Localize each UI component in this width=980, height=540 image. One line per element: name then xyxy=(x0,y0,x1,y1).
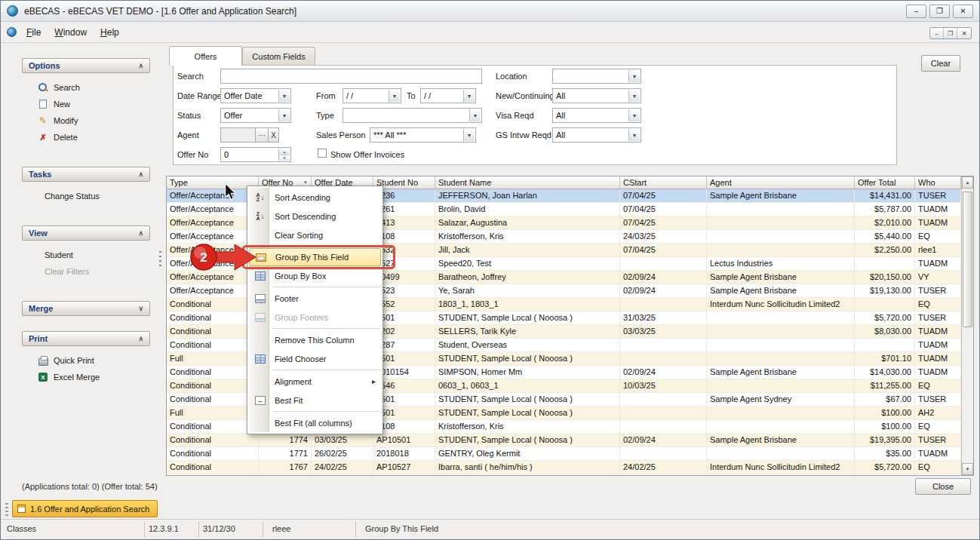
sidebar-header-tasks[interactable]: Tasks∧ xyxy=(22,167,150,182)
cell-type: Conditional xyxy=(167,393,259,407)
menu-help[interactable]: Help xyxy=(94,24,126,41)
agent-clear-button[interactable]: X xyxy=(268,127,279,143)
agent-input[interactable] xyxy=(220,127,256,143)
cell-student-name: Student, Overseas xyxy=(435,339,620,352)
tabstrip-grip[interactable] xyxy=(5,503,8,517)
sidebar-header-merge[interactable]: Merge∨ xyxy=(22,301,150,316)
column-header-offer-total[interactable]: Offer Total xyxy=(855,176,915,189)
close-button[interactable]: Close xyxy=(915,478,971,495)
close-window-button[interactable]: ✕ xyxy=(953,5,973,18)
table-row[interactable]: Conditional177403/03/25AP10501STUDENT, S… xyxy=(167,434,961,447)
sales-person-select[interactable]: *** All ***▾ xyxy=(370,127,476,143)
cell-who: TUADM xyxy=(915,352,961,366)
splitter-grip[interactable] xyxy=(159,251,161,269)
column-header-type[interactable]: Type xyxy=(167,176,259,189)
chevron-down-icon[interactable]: ▾ xyxy=(628,109,640,121)
column-header-student-name[interactable]: Student Name xyxy=(435,176,620,189)
sidebar-header-view[interactable]: View∧ xyxy=(22,226,150,241)
sidebar-item-new[interactable]: New xyxy=(22,96,150,112)
cell-offer-total: $2,250.00 xyxy=(855,244,915,257)
sidebar-header-print[interactable]: Print∧ xyxy=(22,331,150,346)
cell-type: Full xyxy=(167,352,259,366)
chevron-down-icon[interactable]: ▾ xyxy=(628,70,640,82)
menu-file[interactable]: File xyxy=(20,24,48,41)
tab-offers[interactable]: Offers xyxy=(169,46,242,66)
sidebar-item-delete[interactable]: ✗Delete xyxy=(22,129,150,146)
sales-person-label: Sales Person xyxy=(316,130,365,140)
from-date-input[interactable]: / /▾ xyxy=(343,88,401,103)
chevron-down-icon[interactable]: ▾ xyxy=(463,90,475,102)
new-document-icon xyxy=(39,100,47,109)
column-header-who[interactable]: Who xyxy=(915,176,961,189)
menu-window[interactable]: Window xyxy=(48,24,94,41)
sidebar-item-excel-merge[interactable]: XExcel Merge xyxy=(22,369,150,385)
cell-cstart xyxy=(620,298,707,311)
sidebar-header-options[interactable]: Options∧ xyxy=(22,58,150,73)
clear-button[interactable]: Clear xyxy=(921,55,960,72)
menu-item-sort-ascending[interactable]: AZ↓Sort Ascending xyxy=(249,188,381,207)
chevron-down-icon[interactable]: ▾ xyxy=(278,90,290,102)
cell-cstart: 02/09/24 xyxy=(620,434,707,447)
sidebar-item-modify[interactable]: ✎Modify xyxy=(22,112,150,129)
mdi-minimize-icon[interactable]: – xyxy=(930,28,944,38)
date-range-select[interactable]: Offer Date▾ xyxy=(220,88,291,103)
mdi-close-icon[interactable]: ✕ xyxy=(957,28,971,38)
menu-item-clear-sorting[interactable]: Clear Sorting xyxy=(249,226,381,244)
search-input[interactable] xyxy=(220,69,482,84)
menu-item-best-fit[interactable]: ↔Best Fit xyxy=(249,391,381,410)
cell-cstart xyxy=(620,393,707,407)
group-footers-icon xyxy=(252,310,269,325)
menu-item-field-chooser[interactable]: Field Chooser xyxy=(249,349,381,368)
agent-browse-button[interactable]: ··· xyxy=(255,127,269,143)
table-row[interactable]: Conditional177126/02/252018018GENTRY, Ol… xyxy=(167,447,961,461)
chevron-down-icon[interactable]: ▾ xyxy=(389,90,400,102)
menu-item-alignment[interactable]: Alignment▸ xyxy=(249,372,381,391)
cell-offer-total: $14,030.00 xyxy=(855,366,915,379)
cell-who: TUADM xyxy=(915,447,961,461)
cell-type: Conditional xyxy=(167,366,259,379)
cell-type: Conditional xyxy=(167,434,259,447)
gs-intvw-reqd-select[interactable]: All▾ xyxy=(552,127,641,143)
column-header-agent[interactable]: Agent xyxy=(707,176,855,189)
menu-item-best-fit-all-columns[interactable]: Best Fit (all columns) xyxy=(249,413,381,432)
offer-no-stepper[interactable]: 0 ▴▾ xyxy=(220,147,291,162)
chevron-down-icon[interactable]: ▾ xyxy=(469,109,481,121)
table-row[interactable]: Conditional176724/02/25AP10527Ibarra, sa… xyxy=(167,461,961,474)
scroll-down-icon[interactable]: ▼ xyxy=(962,463,973,475)
visa-reqd-select[interactable]: All▾ xyxy=(552,108,641,123)
cell-student-name: 0603_1, 0603_1 xyxy=(435,379,620,393)
show-offer-invoices-checkbox[interactable] xyxy=(318,149,327,158)
to-date-input[interactable]: / /▾ xyxy=(420,88,476,103)
tab-custom-fields[interactable]: Custom Fields xyxy=(242,47,315,66)
scroll-up-icon[interactable]: ▲ xyxy=(962,176,973,189)
sidebar-item-search[interactable]: Search xyxy=(22,79,150,96)
scrollbar-thumb[interactable] xyxy=(963,192,972,327)
vertical-scrollbar[interactable]: ▲ ▼ xyxy=(961,176,973,475)
sidebar-item-change-status[interactable]: Change Status xyxy=(22,188,150,204)
menu-item-remove-this-column[interactable]: Remove This Column xyxy=(249,330,381,349)
location-select[interactable]: ▾ xyxy=(552,69,641,84)
chevron-down-icon[interactable]: ▾ xyxy=(628,129,640,141)
mdi-restore-icon[interactable]: ❐ xyxy=(944,28,957,38)
filter-panel: Search Location ▾ Date Range Offer Date▾… xyxy=(173,65,897,165)
column-header-cstart[interactable]: CStart xyxy=(620,176,707,189)
type-select[interactable]: ▾ xyxy=(343,108,482,123)
stepper-arrows[interactable]: ▴▾ xyxy=(278,149,290,161)
sidebar-item-student[interactable]: Student xyxy=(22,247,150,263)
sidebar-item-quick-print[interactable]: Quick Print xyxy=(22,352,150,369)
search-label: Search xyxy=(177,72,204,81)
status-select[interactable]: Offer▾ xyxy=(220,108,291,123)
stepper-up-icon[interactable]: ▴ xyxy=(279,149,290,155)
chevron-up-icon: ∧ xyxy=(138,229,143,237)
restore-button[interactable]: ❐ xyxy=(929,5,950,18)
bottom-tab-offer-search[interactable]: 1.6 Offer and Application Search xyxy=(12,500,158,517)
menu-item-footer[interactable]: Footer xyxy=(249,289,381,308)
chevron-down-icon[interactable]: ▾ xyxy=(628,90,640,102)
chevron-down-icon[interactable]: ▾ xyxy=(278,109,290,121)
new-continuing-select[interactable]: All▾ xyxy=(552,88,641,103)
stepper-down-icon[interactable]: ▾ xyxy=(279,155,290,161)
show-offer-invoices-label: Show Offer Invoices xyxy=(330,150,404,159)
chevron-down-icon[interactable]: ▾ xyxy=(463,129,475,141)
menu-item-sort-descending[interactable]: ZA↓Sort Descending xyxy=(249,207,381,226)
minimize-button[interactable]: – xyxy=(906,5,926,18)
